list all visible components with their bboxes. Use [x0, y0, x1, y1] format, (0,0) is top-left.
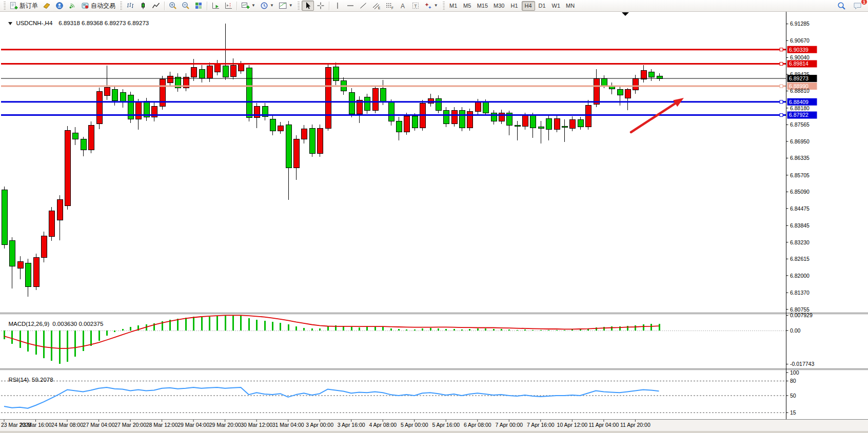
- new-order-button[interactable]: 新订单: [8, 1, 40, 11]
- timeframe-mn-button[interactable]: MN: [563, 1, 577, 11]
- text-label-tool-button[interactable]: T: [409, 1, 422, 11]
- cursor-icon: [304, 2, 312, 10]
- svg-text:30 Mar 12:00: 30 Mar 12:00: [241, 422, 272, 428]
- svg-text:6.87922: 6.87922: [789, 112, 808, 118]
- svg-text:6.90339: 6.90339: [789, 47, 808, 53]
- horizontal-line-tool-button[interactable]: [344, 1, 357, 11]
- svg-text:5 Apr 16:00: 5 Apr 16:00: [432, 422, 460, 428]
- text-tool-button[interactable]: A: [397, 1, 409, 11]
- timeframe-h4-button[interactable]: H4: [522, 1, 535, 11]
- new-order-label: 新订单: [19, 2, 38, 10]
- timeframe-m1-button[interactable]: M1: [447, 1, 460, 11]
- vertical-line-tool-button[interactable]: [331, 1, 344, 11]
- rsi-legend: RSI(14)59.2078: [5, 370, 53, 383]
- text-icon: A: [399, 2, 407, 10]
- notifications-button[interactable]: 1: [851, 1, 864, 11]
- chevron-down-icon: ▼: [270, 4, 274, 8]
- svg-text:6.86335: 6.86335: [790, 155, 810, 161]
- tile-windows-icon: [194, 2, 203, 10]
- channel-tool-button[interactable]: E: [370, 1, 383, 11]
- auto-scroll-icon: [211, 2, 220, 10]
- timeframe-h1-button[interactable]: H1: [508, 1, 521, 11]
- timeframe-m5-button[interactable]: M5: [461, 1, 474, 11]
- main-toolbar: 新订单 自动交易: [0, 0, 868, 12]
- timeframe-m15-button[interactable]: M15: [475, 1, 490, 11]
- signals-button[interactable]: [66, 1, 78, 11]
- svg-text:4 Apr 08:00: 4 Apr 08:00: [369, 422, 397, 428]
- svg-text:6.86950: 6.86950: [790, 138, 810, 145]
- chevron-down-icon: ▼: [434, 4, 438, 8]
- toolbar-grip[interactable]: [442, 2, 445, 10]
- toolbar-grip[interactable]: [120, 2, 122, 10]
- autotrading-button[interactable]: 自动交易: [79, 1, 117, 11]
- zoom-in-button[interactable]: [167, 1, 179, 11]
- svg-text:6.85705: 6.85705: [790, 172, 810, 178]
- svg-text:0.007929: 0.007929: [790, 312, 813, 318]
- timeframe-m30-button[interactable]: M30: [491, 1, 507, 11]
- svg-text:6.81370: 6.81370: [790, 290, 810, 296]
- svg-text:10 Apr 12:00: 10 Apr 12:00: [557, 422, 588, 428]
- market-watch-button[interactable]: [41, 1, 53, 11]
- toolbar-separator: [207, 2, 207, 10]
- svg-text:5 Apr 00:00: 5 Apr 00:00: [401, 422, 428, 428]
- period-dropdown[interactable]: ▼: [258, 1, 276, 11]
- new-order-icon: [10, 2, 18, 10]
- macd-label: MACD(12,26,9): [8, 321, 49, 327]
- svg-text:24 Mar 08:00: 24 Mar 08:00: [51, 422, 83, 428]
- chart-shift-button[interactable]: [222, 1, 234, 11]
- line-chart-button[interactable]: [150, 1, 162, 11]
- community-button[interactable]: [53, 1, 66, 11]
- new-chart-icon: [241, 2, 250, 10]
- bar-chart-icon: [126, 2, 134, 10]
- svg-text:6.88409: 6.88409: [789, 99, 808, 105]
- tile-windows-button[interactable]: [192, 1, 205, 11]
- zoom-out-button[interactable]: [180, 1, 192, 11]
- chart-canvas[interactable]: 6.903396.898146.892736.889906.884096.879…: [0, 0, 868, 433]
- svg-text:7 Apr 00:00: 7 Apr 00:00: [495, 422, 523, 428]
- bar-chart-button[interactable]: [124, 1, 136, 11]
- trendline-tool-button[interactable]: [357, 1, 369, 11]
- crosshair-icon: [317, 2, 325, 10]
- svg-text:11 Apr 20:00: 11 Apr 20:00: [620, 422, 650, 428]
- svg-text:6.85090: 6.85090: [790, 189, 810, 195]
- candlestick-chart-icon: [139, 2, 147, 10]
- toolbar-grip[interactable]: [3, 2, 6, 10]
- rsi-value: 59.2078: [32, 377, 53, 383]
- svg-text:6.90040: 6.90040: [790, 54, 810, 60]
- template-dropdown[interactable]: ▼: [277, 1, 295, 11]
- svg-text:6 Apr 08:00: 6 Apr 08:00: [464, 422, 491, 428]
- svg-text:6.82000: 6.82000: [790, 273, 810, 279]
- rsi-label: RSI(14): [8, 377, 29, 383]
- toolbar-separator: [236, 2, 237, 10]
- svg-text:E: E: [378, 6, 381, 10]
- svg-text:80: 80: [790, 378, 796, 384]
- svg-text:6.91285: 6.91285: [790, 20, 810, 27]
- symbol-dropdown-caret[interactable]: [8, 22, 12, 25]
- vertical-line-icon: [333, 2, 342, 10]
- auto-scroll-button[interactable]: [209, 1, 222, 11]
- fibonacci-tool-button[interactable]: F: [383, 1, 396, 11]
- quotes-text: 6.89318 6.89368 6.89273 6.89273: [58, 20, 149, 26]
- toolbar-grip[interactable]: [297, 2, 300, 10]
- svg-text:A: A: [401, 3, 405, 10]
- timeframe-d1-button[interactable]: D1: [536, 1, 549, 11]
- timeframe-w1-button[interactable]: W1: [549, 1, 563, 11]
- svg-text:6.83230: 6.83230: [790, 239, 810, 245]
- search-icon: [837, 2, 846, 10]
- timeframe-group: M1M5M15M30H1H4D1W1MN: [447, 1, 577, 11]
- new-chart-dropdown[interactable]: ▼: [239, 1, 258, 11]
- svg-text:T: T: [414, 4, 417, 9]
- svg-text:3 Apr 00:00: 3 Apr 00:00: [306, 422, 333, 428]
- arrows-tool-dropdown[interactable]: ▼: [422, 1, 440, 11]
- toolbar-separator: [164, 2, 165, 10]
- notification-badge: 1: [861, 0, 867, 5]
- template-icon: [279, 2, 287, 10]
- search-button[interactable]: [835, 1, 848, 11]
- svg-text:6.89425: 6.89425: [790, 71, 810, 77]
- svg-text:27 Mar 20:00: 27 Mar 20:00: [114, 422, 146, 428]
- candlestick-chart-button[interactable]: [137, 1, 149, 11]
- svg-text:6.90670: 6.90670: [790, 37, 810, 44]
- arrows-shapes-icon: [424, 2, 432, 10]
- cursor-tool-button[interactable]: [302, 1, 314, 11]
- crosshair-tool-button[interactable]: [314, 1, 327, 11]
